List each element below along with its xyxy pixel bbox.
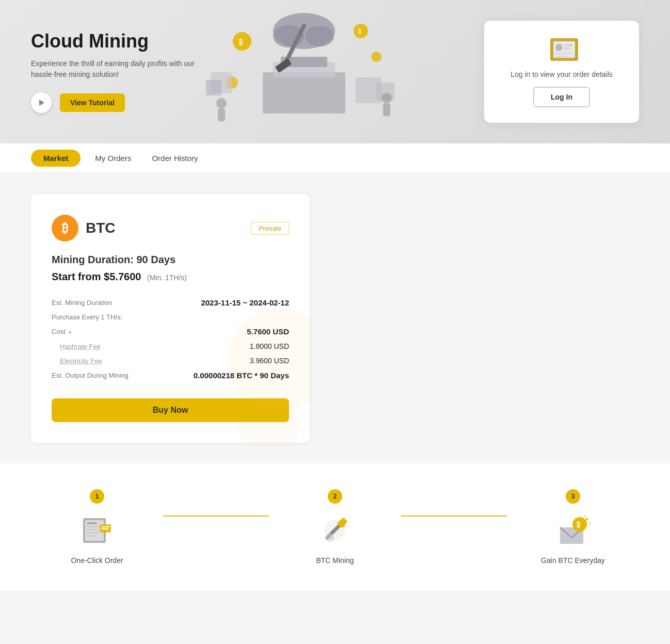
svg-rect-36 xyxy=(87,535,96,537)
cost-value: 5.7600 USD xyxy=(247,327,289,336)
hashrate-label: Hashrate Fee xyxy=(60,343,101,350)
svg-point-48 xyxy=(585,518,588,521)
svg-point-49 xyxy=(589,522,591,524)
card-header: ₿ BTC Presale xyxy=(52,215,289,242)
svg-rect-8 xyxy=(275,58,292,73)
svg-text:₿: ₿ xyxy=(577,520,580,528)
presale-badge: Presale xyxy=(251,222,289,235)
svg-rect-4 xyxy=(263,72,345,114)
step-1: 1 One-Click Order xyxy=(31,489,163,565)
svg-rect-25 xyxy=(555,44,563,51)
login-message: Log in to view your order details xyxy=(505,70,618,78)
svg-point-1 xyxy=(273,13,335,49)
svg-rect-15 xyxy=(211,72,232,93)
tab-market[interactable]: Market xyxy=(31,150,81,167)
mining-card: ₿ BTC Presale Mining Duration: 90 Days S… xyxy=(31,194,310,443)
svg-point-19 xyxy=(216,98,227,108)
svg-point-3 xyxy=(305,26,334,46)
start-price: Start from $5.7600 xyxy=(52,271,141,282)
svg-rect-32 xyxy=(87,522,97,524)
svg-rect-18 xyxy=(376,83,394,101)
hero-section: Cloud Mining Experience the thrill of ea… xyxy=(0,0,670,143)
hashrate-row: Hashrate Fee 1.8000 USD xyxy=(52,339,289,353)
play-button[interactable] xyxy=(31,92,52,113)
login-card: Log in to view your order details Log In xyxy=(484,21,639,123)
svg-point-21 xyxy=(381,93,392,103)
est-duration-label: Est. Mining Duration xyxy=(52,299,112,307)
step-3-icon: ₿ xyxy=(555,512,591,548)
min-hashrate: (Min. 1TH/s) xyxy=(147,273,187,282)
step-3-label: Gain BTC Everyday xyxy=(507,556,639,565)
svg-rect-20 xyxy=(218,108,225,121)
hero-title: Cloud Mining xyxy=(31,30,206,52)
electricity-row: Electricity Fee 3.9600 USD xyxy=(52,353,289,368)
est-duration-value: 2023-11-15 ~ 2024-02-12 xyxy=(201,298,289,307)
hero-subtitle: Experience the thrill of earning daily p… xyxy=(31,58,206,80)
cost-label: Cost ▲ xyxy=(52,328,73,335)
tutorial-button[interactable]: View Tutorial xyxy=(60,93,125,112)
svg-rect-22 xyxy=(383,103,390,116)
buy-button[interactable]: Buy Now xyxy=(52,398,289,422)
est-duration-row: Est. Mining Duration 2023-11-15 ~ 2024-0… xyxy=(52,295,289,310)
svg-rect-17 xyxy=(356,77,381,103)
step-1-number: 1 xyxy=(90,489,104,504)
output-value: 0.00000218 BTC * 90 Days xyxy=(194,371,289,380)
svg-rect-26 xyxy=(564,44,572,46)
output-label: Est. Output During Mining xyxy=(52,372,129,379)
step-3-number: 3 xyxy=(566,489,580,504)
purchase-row: Purchase Every 1 TH/s: xyxy=(52,310,289,324)
svg-line-7 xyxy=(283,26,304,67)
svg-rect-16 xyxy=(206,80,221,95)
btc-icon: ₿ xyxy=(52,215,78,242)
purchase-label: Purchase Every 1 TH/s: xyxy=(52,313,122,321)
sort-icon: ▲ xyxy=(68,329,73,334)
login-button[interactable]: Log In xyxy=(533,87,590,107)
svg-rect-33 xyxy=(87,526,100,527)
main-content: ₿ BTC Presale Mining Duration: 90 Days S… xyxy=(0,173,670,463)
svg-point-14 xyxy=(226,76,238,89)
hashrate-value: 1.8000 USD xyxy=(250,342,289,350)
svg-rect-27 xyxy=(564,47,570,49)
login-icon xyxy=(546,36,577,62)
svg-text:₿: ₿ xyxy=(239,38,243,46)
svg-point-43 xyxy=(326,534,334,542)
tabs: Market My Orders Order History xyxy=(31,143,639,173)
start-from: Start from $5.7600 (Min. 1TH/s) xyxy=(52,271,289,283)
svg-point-11 xyxy=(354,24,368,38)
coin-name: BTC xyxy=(86,220,116,236)
cost-row: Cost ▲ 5.7600 USD xyxy=(52,324,289,339)
mining-duration: Mining Duration: 90 Days xyxy=(52,254,289,266)
electricity-value: 3.9600 USD xyxy=(250,357,289,365)
svg-rect-5 xyxy=(273,62,335,77)
tab-order-history[interactable]: Order History xyxy=(141,143,208,173)
step-2-label: BTC Mining xyxy=(269,556,401,565)
step-1-label: One-Click Order xyxy=(31,556,163,565)
svg-point-13 xyxy=(371,52,381,62)
details-table: Est. Mining Duration 2023-11-15 ~ 2024-0… xyxy=(52,295,289,383)
coin-info: ₿ BTC xyxy=(52,215,116,242)
steps-section: 1 One-Click Order 2 xyxy=(0,463,670,590)
step-3: 3 ₿ Gain BTC Everyday xyxy=(507,489,639,565)
step-2-number: 2 xyxy=(328,489,342,504)
step-2-icon xyxy=(317,512,353,548)
svg-point-44 xyxy=(340,522,345,527)
tab-my-orders[interactable]: My Orders xyxy=(85,143,141,173)
svg-rect-6 xyxy=(281,57,327,67)
svg-text:₿: ₿ xyxy=(358,28,361,35)
play-icon xyxy=(37,99,45,107)
hero-actions: View Tutorial xyxy=(31,92,206,113)
step-connector-2 xyxy=(401,516,507,517)
output-row: Est. Output During Mining 0.00000218 BTC… xyxy=(52,368,289,383)
svg-rect-28 xyxy=(555,53,572,54)
svg-point-9 xyxy=(233,32,251,51)
step-connector-1 xyxy=(163,516,269,517)
svg-point-50 xyxy=(584,515,586,517)
step-1-icon xyxy=(79,512,115,548)
svg-marker-0 xyxy=(39,100,44,106)
hero-left: Cloud Mining Experience the thrill of ea… xyxy=(31,30,206,113)
tabs-container: Market My Orders Order History xyxy=(0,143,670,173)
electricity-label: Electricity Fee xyxy=(60,357,102,365)
svg-rect-35 xyxy=(87,532,99,534)
step-2: 2 BTC Mining xyxy=(269,489,401,565)
svg-rect-29 xyxy=(555,56,568,57)
